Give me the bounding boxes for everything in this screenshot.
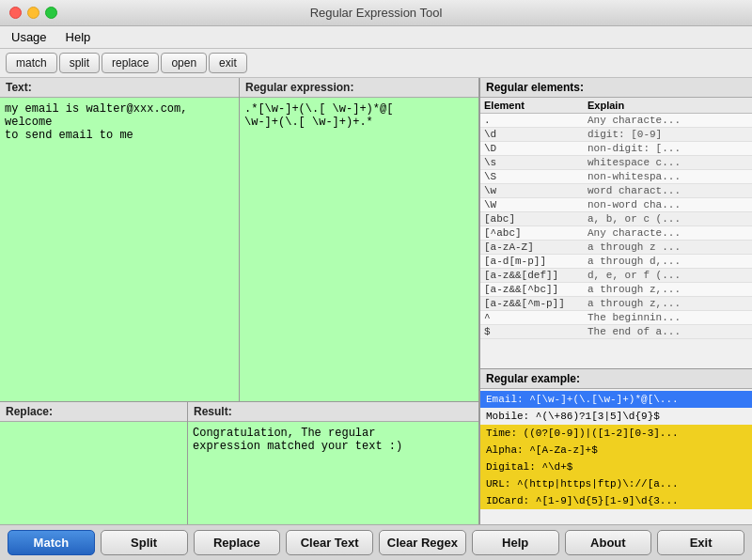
re-element: \S [484, 171, 588, 182]
re-row[interactable]: [a-z&&[^m-p]]a through z,... [480, 297, 752, 311]
re-element: [a-z&&[^bc]] [484, 284, 588, 295]
top-row: Text: Regular expression: [0, 78, 478, 402]
toolbar-open[interactable]: open [161, 53, 207, 73]
re-explain: digit: [0-9] [588, 129, 748, 140]
minimize-button[interactable] [27, 7, 39, 19]
menu-usage[interactable]: Usage [6, 28, 53, 46]
example-item[interactable]: Digital: ^\d+$ [480, 459, 752, 475]
example-item[interactable]: Mobile: ^(\+86)?1[3|5]\d{9}$ [480, 408, 752, 425]
re-row[interactable]: [abc]a, b, or c (... [480, 212, 752, 226]
re-element: [abc] [484, 213, 588, 225]
bottom-btn-clear-text[interactable]: Clear Text [286, 530, 373, 555]
bottom-btn-clear-regex[interactable]: Clear Regex [379, 530, 466, 555]
bottom-btn-about[interactable]: About [565, 530, 652, 555]
maximize-button[interactable] [45, 7, 57, 19]
re-explain: word charact... [588, 185, 748, 196]
replace-input[interactable] [0, 422, 187, 524]
regular-example-header: Regular example: [480, 369, 752, 389]
re-element: ^ [484, 312, 588, 323]
re-explain: a, b, or c (... [588, 213, 748, 225]
re-row[interactable]: \Dnon-digit: [... [480, 142, 752, 156]
re-row[interactable]: \wword charact... [480, 184, 752, 198]
re-explain: d, e, or f (... [588, 270, 748, 281]
example-item[interactable]: Alpha: ^[A-Za-z]+$ [480, 442, 752, 459]
re-element: \W [484, 199, 588, 210]
window-title: Regular Expression Tool [310, 6, 443, 20]
re-table-body: .Any characte...\ddigit: [0-9]\Dnon-digi… [480, 114, 752, 339]
re-row[interactable]: ^The beginnin... [480, 311, 752, 325]
bottom-bar: MatchSplitReplaceClear TextClear RegexHe… [0, 524, 752, 560]
regular-example-section: Regular example: Email: ^[\w-]+(\.[\w-]+… [480, 369, 752, 524]
re-explain: non-whitespa... [588, 171, 748, 182]
re-row[interactable]: .Any characte... [480, 114, 752, 128]
re-table-header: Element Explain [480, 98, 752, 114]
re-element: [a-zA-Z] [484, 241, 588, 253]
re-row[interactable]: [a-zA-Z]a through z ... [480, 241, 752, 255]
result-label: Result: [188, 402, 478, 422]
re-element: $ [484, 326, 588, 337]
re-explain: non-digit: [... [588, 143, 748, 154]
re-row[interactable]: [a-z&&[^bc]]a through z,... [480, 283, 752, 297]
title-bar: Regular Expression Tool [0, 0, 752, 26]
re-row[interactable]: [a-d[m-p]]a through d,... [480, 255, 752, 269]
re-row[interactable]: \Snon-whitespa... [480, 170, 752, 184]
text-input[interactable] [0, 98, 239, 401]
re-row[interactable]: [^abc]Any characte... [480, 226, 752, 241]
re-explain: a through d,... [588, 256, 748, 267]
toolbar-exit[interactable]: exit [209, 53, 247, 73]
left-panel: Text: Regular expression: Replace: Resul… [0, 78, 479, 524]
re-explain: The beginnin... [588, 312, 748, 323]
re-explain: Any characte... [588, 227, 748, 239]
re-explain: non-word cha... [588, 199, 748, 210]
re-element: \s [484, 157, 588, 168]
regex-input[interactable] [240, 98, 478, 401]
col-element-header: Element [484, 100, 588, 111]
re-element: [a-z&&[^m-p]] [484, 298, 588, 309]
re-explain: a through z ... [588, 241, 748, 253]
text-section: Text: [0, 78, 240, 401]
re-row[interactable]: $The end of a... [480, 325, 752, 339]
toolbar: match split replace open exit [0, 49, 752, 78]
example-item[interactable]: Time: ((0?[0-9])|([1-2][0-3]... [480, 425, 752, 442]
result-section: Result: [188, 402, 478, 524]
bottom-btn-exit[interactable]: Exit [657, 530, 744, 555]
replace-label: Replace: [0, 402, 187, 422]
close-button[interactable] [9, 7, 22, 19]
re-element: [a-z&&[def]] [484, 270, 588, 281]
re-explain: a through z,... [588, 298, 748, 309]
bottom-btn-match[interactable]: Match [8, 530, 95, 555]
example-list: Email: ^[\w-]+(\.[\w-]+)*@[\...Mobile: ^… [480, 389, 752, 511]
example-item[interactable]: URL: ^(http|https|ftp)\://[a... [480, 475, 752, 492]
text-label: Text: [0, 78, 239, 98]
col-explain-header: Explain [588, 100, 748, 111]
toolbar-split[interactable]: split [59, 53, 100, 73]
bottom-row: Replace: Result: [0, 402, 478, 524]
re-element: \d [484, 129, 588, 140]
example-item[interactable]: Email: ^[\w-]+(\.[\w-]+)*@[\... [480, 391, 752, 408]
replace-section: Replace: [0, 402, 188, 524]
main-content: Text: Regular expression: Replace: Resul… [0, 78, 752, 524]
regex-label: Regular expression: [240, 78, 478, 98]
result-output [188, 422, 478, 524]
bottom-btn-replace[interactable]: Replace [194, 530, 281, 555]
example-item[interactable]: IDCard: ^[1-9]\d{5}[1-9]\d{3... [480, 492, 752, 509]
re-row[interactable]: \swhitespace c... [480, 156, 752, 170]
toolbar-replace[interactable]: replace [102, 53, 159, 73]
re-explain: The end of a... [588, 326, 748, 337]
re-row[interactable]: \ddigit: [0-9] [480, 128, 752, 142]
bottom-btn-help[interactable]: Help [472, 530, 559, 555]
regular-elements-section: Regular elements: Element Explain .Any c… [480, 78, 752, 369]
menu-bar: Usage Help [0, 26, 752, 49]
re-explain: whitespace c... [588, 157, 748, 168]
re-element: [^abc] [484, 227, 588, 239]
re-row[interactable]: \Wnon-word cha... [480, 198, 752, 212]
re-element: \D [484, 143, 588, 154]
window-controls[interactable] [9, 7, 57, 19]
regular-elements-header: Regular elements: [480, 78, 752, 98]
bottom-btn-split[interactable]: Split [101, 530, 188, 555]
re-element: \w [484, 185, 588, 196]
menu-help[interactable]: Help [60, 28, 97, 46]
re-row[interactable]: [a-z&&[def]]d, e, or f (... [480, 269, 752, 283]
re-explain: a through z,... [588, 284, 748, 295]
toolbar-match[interactable]: match [6, 53, 57, 73]
